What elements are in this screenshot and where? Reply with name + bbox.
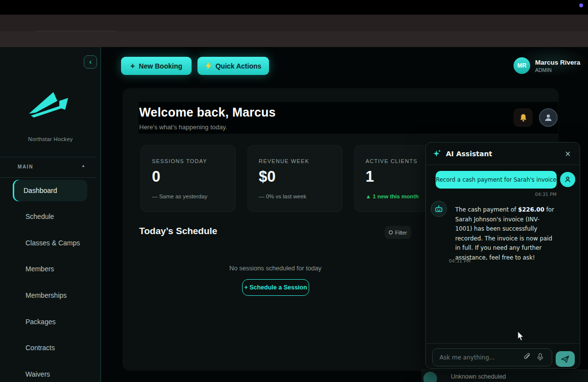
sidebar: ‹ Northstar Hockey MAIN ▲ Dashboard Sche…	[0, 47, 101, 382]
stat-note: ▲ 1 new this month	[366, 193, 419, 199]
user-message-bubble: Record a cash payment for Sarah's invoic…	[436, 171, 557, 189]
browser-tab-strip: Northstar Hockey × + ⌄	[0, 15, 588, 31]
menu-bar	[0, 0, 588, 15]
bot-message-suffix: for Sarah Johnson's invoice (INV-1001) h…	[455, 206, 554, 261]
stat-note: — Same as yesterday	[152, 193, 207, 199]
send-button[interactable]	[556, 351, 575, 367]
sidebar-section-label: MAIN	[18, 164, 33, 169]
close-icon[interactable]: ×	[563, 148, 573, 159]
sidebar-item-waivers[interactable]: Waivers	[15, 367, 93, 382]
sidebar-item-contracts[interactable]: Contracts	[15, 340, 93, 355]
schedule-section-title: Today’s Schedule	[139, 226, 217, 237]
robot-icon	[435, 205, 443, 213]
bot-avatar	[431, 201, 447, 217]
stat-value: 0	[152, 168, 160, 186]
new-booking-label: New Booking	[139, 62, 182, 70]
stat-label: REVENUE WEEK	[259, 158, 309, 164]
welcome-title: Welcome back, Marcus	[139, 105, 276, 119]
divider	[0, 177, 96, 178]
bot-message-text: The cash payment of $226.00 for Sarah Jo…	[455, 205, 556, 263]
user-avatar: MR	[514, 57, 530, 74]
ai-assistant-panel: AI Assistant × Record a cash payment for…	[425, 142, 580, 369]
org-name: Northstar Hockey	[0, 136, 101, 142]
section-collapse-icon[interactable]: ▲	[81, 164, 85, 168]
browser-toolbar: ← → ⟳ app.aifacilitymanager.com/dashboar…	[0, 31, 588, 47]
screen: Northstar Hockey × + ⌄ ← → ⟳ app.aifacil…	[0, 0, 588, 382]
send-paper-plane-icon	[561, 356, 569, 363]
ask-me-anything-input[interactable]	[432, 348, 552, 366]
sidebar-item-dashboard[interactable]: Dashboard	[13, 180, 87, 201]
user-name: Marcus Rivera	[535, 59, 580, 66]
mouse-cursor	[517, 331, 525, 342]
background-session-row: Unknown scheduled	[421, 370, 588, 382]
sidebar-item-members[interactable]: Members	[15, 262, 93, 276]
person-icon	[564, 176, 571, 183]
sidebar-item-schedule[interactable]: Schedule	[15, 209, 93, 224]
microphone-icon[interactable]	[537, 353, 543, 361]
bell-icon	[519, 114, 527, 122]
stat-card-revenue-week: REVENUE WEEK $0 — 0% vs last week	[247, 145, 343, 212]
sidebar-item-classes-camps[interactable]: Classes & Camps	[15, 236, 93, 250]
stat-value: $0	[259, 168, 275, 186]
bot-message-amount: $226.00	[518, 206, 544, 213]
user-message-time: 04:31 PM	[436, 191, 557, 197]
sidebar-collapse-button[interactable]: ‹	[84, 55, 97, 69]
quick-actions-button[interactable]: Quick Actions	[197, 57, 269, 75]
quick-actions-label: Quick Actions	[216, 62, 262, 70]
ai-panel-header: AI Assistant ×	[426, 143, 580, 165]
person-icon	[544, 113, 553, 122]
sidebar-item-packages[interactable]: Packages	[15, 314, 93, 329]
schedule-session-button[interactable]: + Schedule a Session	[242, 279, 309, 296]
stat-note: — 0% vs last week	[259, 193, 306, 199]
profile-button[interactable]	[539, 108, 558, 127]
stat-value: 1	[366, 168, 374, 186]
northstar-logo-icon	[27, 90, 72, 119]
recording-indicator-dot	[579, 3, 583, 7]
filter-label: Filter	[395, 230, 407, 236]
stat-label: ACTIVE CLIENTS	[366, 158, 417, 164]
user-role: ADMIN	[535, 67, 580, 73]
bot-message-prefix: The cash payment of	[455, 206, 518, 213]
sidebar-item-memberships[interactable]: Memberships	[15, 288, 93, 303]
plus-icon: +	[130, 62, 135, 71]
lightning-icon	[205, 62, 212, 70]
ai-panel-title: AI Assistant	[446, 150, 558, 158]
empty-schedule-message: No sessions scheduled for today	[139, 264, 412, 272]
ai-input-bar	[426, 343, 580, 369]
bot-message-time: 04:31 PM	[449, 258, 470, 263]
new-booking-button[interactable]: + New Booking	[121, 57, 192, 75]
notifications-button[interactable]	[514, 108, 533, 127]
filter-icon	[389, 230, 393, 235]
welcome-subtitle: Here's what's happening today.	[139, 123, 227, 131]
current-user-chip[interactable]: MR Marcus Rivera ADMIN	[514, 57, 580, 74]
stat-card-sessions-today: SESSIONS TODAY 0 — Same as yesterday	[141, 145, 236, 212]
session-row-label: Unknown scheduled	[451, 373, 506, 380]
sparkle-icon	[433, 149, 441, 158]
session-row-avatar	[423, 372, 437, 382]
divider	[0, 157, 96, 157]
attachment-icon[interactable]	[524, 353, 531, 361]
filter-button[interactable]: Filter	[385, 226, 411, 239]
stat-label: SESSIONS TODAY	[152, 158, 207, 164]
user-message-avatar	[560, 172, 575, 187]
